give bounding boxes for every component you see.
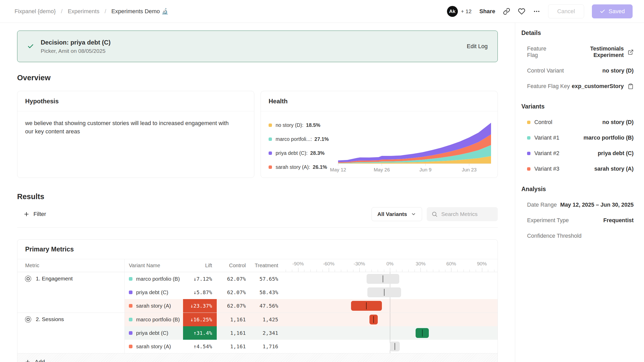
check-icon xyxy=(600,9,605,14)
treatment-value: 58.43% xyxy=(250,286,283,299)
variant-name: marco portfolio (B) xyxy=(136,316,180,323)
metric-variant-row[interactable]: priya debt (C) ↓5.87% 62.07% 58.43% xyxy=(125,286,498,299)
variants-dropdown-label: All Variants xyxy=(377,211,407,217)
metric-variant-row[interactable]: sarah story (A) ↑4.54% 1,161 1,716 xyxy=(125,340,498,353)
more-options-icon[interactable] xyxy=(533,8,540,15)
clipboard-icon[interactable] xyxy=(628,83,634,89)
sidebar-row-value: exp_customerStory xyxy=(572,83,634,90)
confidence-interval-chart xyxy=(283,299,498,313)
confidence-interval-chart xyxy=(283,313,498,326)
hypothesis-card: Hypothesis we believe that showing custo… xyxy=(17,91,254,178)
share-button[interactable]: Share xyxy=(479,8,495,15)
axis-tick xyxy=(402,270,402,272)
health-area-chart: May 12May 26Jun 9Jun 23 xyxy=(338,120,491,175)
column-metric: Metric xyxy=(17,259,125,272)
breadcrumb: Fixpanel {demo}/Experiments/Experiments … xyxy=(15,8,169,15)
add-metric-button[interactable]: Add xyxy=(25,359,45,362)
top-bar: Fixpanel {demo}/Experiments/Experiments … xyxy=(0,0,644,23)
column-lift: Lift xyxy=(183,259,217,272)
search-icon xyxy=(431,211,438,217)
metric-variant-row[interactable]: priya debt (C) ↑31.4% 1,161 2,341 xyxy=(125,326,498,340)
breadcrumb-item[interactable]: Experiments xyxy=(68,8,99,15)
analysis-rows: Date Range May 12, 2025 – Jun 30, 2025 E… xyxy=(521,202,634,239)
external-link-icon[interactable] xyxy=(628,49,634,55)
legend-label: sarah story (A): xyxy=(276,164,310,170)
zero-axis-line xyxy=(390,326,390,340)
metric-goal-icon xyxy=(25,316,32,323)
metric-variant-row[interactable]: marco portfolio (B) ↓7.12% 62.07% 57.65% xyxy=(125,272,498,286)
search-metrics-input[interactable] xyxy=(441,211,512,217)
variant-cell: marco portfolio (B) xyxy=(125,313,183,326)
ci-mean-marker xyxy=(373,316,374,323)
app-window: Fixpanel {demo}/Experiments/Experiments … xyxy=(0,0,644,362)
copy-link-icon[interactable] xyxy=(503,8,510,15)
treatment-value: 1,716 xyxy=(250,340,283,353)
sidebar-row: Date Range May 12, 2025 – Jun 30, 2025 xyxy=(521,202,634,208)
legend-item: no story (D): 18.5% xyxy=(269,122,338,128)
treatment-value: 2,341 xyxy=(250,326,283,340)
axis-tick xyxy=(353,270,353,272)
axis-tick xyxy=(359,268,360,272)
variant-color-swatch xyxy=(129,331,132,335)
variant-name: priya debt (C) xyxy=(136,330,168,336)
axis-tick-label: 60% xyxy=(446,261,456,267)
plus-icon xyxy=(25,359,31,362)
axis-tick xyxy=(366,270,366,272)
breadcrumb-item[interactable]: Fixpanel {demo} xyxy=(15,8,56,15)
group-rows: marco portfolio (B) ↓16.25% 1,161 1,425 … xyxy=(125,313,498,353)
ci-mean-marker xyxy=(383,276,383,283)
axis-tick xyxy=(292,270,292,272)
variant-cell: priya debt (C) xyxy=(125,286,183,299)
favorite-heart-icon[interactable] xyxy=(518,8,525,15)
axis-tick-label: 30% xyxy=(416,261,425,267)
axis-tick xyxy=(396,270,396,272)
control-value: 1,161 xyxy=(217,326,250,340)
saved-button[interactable]: Saved xyxy=(592,4,633,18)
sidebar-row-label: Experiment Type xyxy=(527,217,569,224)
metric-variant-row[interactable]: sarah story (A) ↓23.37% 62.07% 47.56% xyxy=(125,299,498,313)
decision-banner: Decision: priya debt (C) Picker, Amit on… xyxy=(17,31,498,62)
breadcrumb-item: Experiments Demo 🔬 xyxy=(111,8,169,15)
add-filter-button[interactable]: Filter xyxy=(23,211,46,218)
axis-tick xyxy=(433,270,433,272)
edit-log-button[interactable]: Edit Log xyxy=(467,43,488,50)
axis-tick xyxy=(390,268,390,272)
confidence-interval-chart xyxy=(283,286,498,299)
content-area: Decision: priya debt (C) Picker, Amit on… xyxy=(0,23,644,362)
avatar[interactable]: Ak xyxy=(447,6,458,17)
axis-tick xyxy=(470,270,470,272)
confidence-interval-chart xyxy=(283,326,498,340)
legend-value: 18.5% xyxy=(306,122,320,128)
confidence-interval-chart xyxy=(283,272,498,286)
overview-heading: Overview xyxy=(17,74,498,82)
variant-row: Variant #3 sarah story (A) xyxy=(521,166,634,172)
metrics-table-body: 1. Engagement marco portfolio (B) ↓7.12%… xyxy=(17,272,498,353)
sidebar-row: Confidence Threshold xyxy=(521,233,634,239)
variants-heading: Variants xyxy=(521,103,634,110)
sidebar-row-value: Frequentist xyxy=(603,217,634,224)
legend-value: 26.1% xyxy=(313,164,327,170)
variant-row-value: marco portfolio (B) xyxy=(584,135,634,141)
metric-variant-row[interactable]: marco portfolio (B) ↓16.25% 1,161 1,425 xyxy=(125,313,498,326)
chevron-down-icon xyxy=(411,212,416,217)
variant-color-swatch xyxy=(129,318,132,321)
variant-color-swatch xyxy=(129,291,132,294)
metric-name-cell[interactable]: 2. Sessions xyxy=(17,313,125,353)
variants-dropdown[interactable]: All Variants xyxy=(372,207,422,221)
variants-rows: Control no story (D) Variant #1 marco po… xyxy=(521,119,634,172)
health-body: no story (D): 18.5% marco portfoli...: 2… xyxy=(261,111,498,176)
axis-tick xyxy=(335,270,335,272)
sidebar-row-label: Feature Flag xyxy=(527,46,558,59)
metric-name-cell[interactable]: 1. Engagement xyxy=(17,272,125,313)
svg-text:May 26: May 26 xyxy=(374,167,390,172)
add-metric-row: Add xyxy=(17,353,498,362)
axis-tick xyxy=(408,270,409,272)
axis-tick-label: -60% xyxy=(323,261,334,267)
cancel-button[interactable]: Cancel xyxy=(548,4,584,18)
variant-row: Control no story (D) xyxy=(521,119,634,126)
lift-value: ↑4.54% xyxy=(183,340,217,353)
sidebar-row: Feature Flag Key exp_customerStory xyxy=(521,83,634,90)
sidebar-row-value: Testimonials Experiment xyxy=(558,46,634,59)
details-rows: Feature Flag Testimonials Experiment Con… xyxy=(521,46,634,90)
collaborators-count[interactable]: + 12 xyxy=(461,8,472,15)
